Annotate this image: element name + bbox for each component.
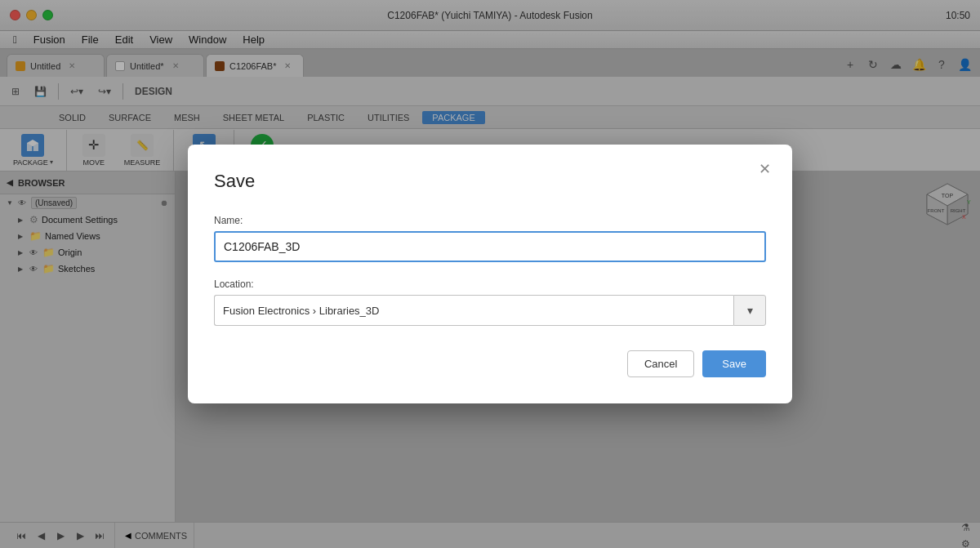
- save-button[interactable]: Save: [702, 350, 766, 377]
- location-row: ▾: [214, 295, 766, 326]
- save-dialog: ✕ Save Name: Location: ▾ Cancel Save: [188, 145, 792, 403]
- location-dropdown-button[interactable]: ▾: [733, 295, 766, 326]
- modal-title: Save: [214, 171, 766, 192]
- modal-overlay[interactable]: ✕ Save Name: Location: ▾ Cancel Save: [0, 0, 980, 548]
- name-label: Name:: [214, 215, 766, 226]
- modal-footer: Cancel Save: [214, 350, 766, 377]
- modal-close-button[interactable]: ✕: [753, 158, 776, 180]
- name-input[interactable]: [214, 231, 766, 262]
- location-label: Location:: [214, 278, 766, 290]
- location-input[interactable]: [214, 295, 733, 326]
- cancel-button[interactable]: Cancel: [627, 350, 694, 377]
